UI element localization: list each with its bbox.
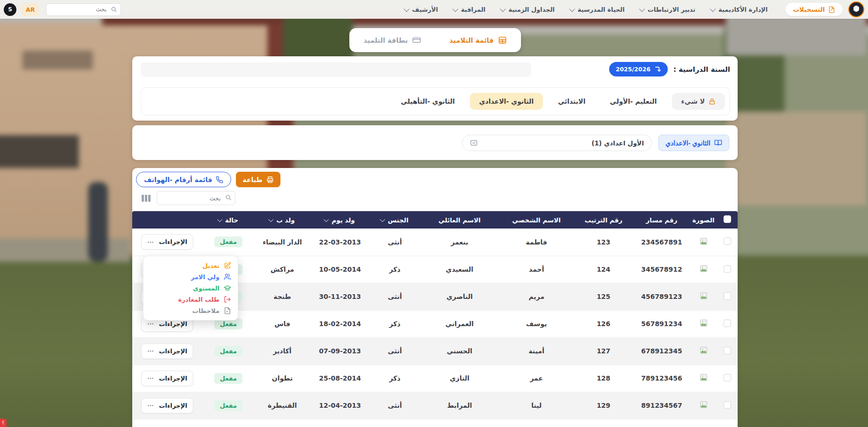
phone-list-button[interactable]: قائمة أرقام -الهواتف — [136, 172, 231, 187]
col-birth-date-sort[interactable]: ولد يوم — [310, 211, 370, 229]
nav-menu-item-3[interactable]: الجداول الزمنية — [501, 6, 555, 13]
row-actions-button[interactable]: الإجراءات⋯ — [141, 343, 193, 359]
cell-birth-date: 07-09-2013 — [310, 337, 370, 365]
table-row[interactable]: 678912345 127 أمينة الحسني أنثى 07-09-20… — [132, 337, 738, 365]
level-tab-2[interactable]: الابتدائي — [549, 93, 595, 110]
app-window: التسجيلات الإدارة الأكاديميةتدبير الارتب… — [0, 0, 868, 427]
cell-massar: 678912345 — [634, 337, 690, 365]
level-tab-3[interactable]: الثانوي -الاعدادي — [470, 93, 543, 110]
cell-birth-date: 10-05-2014 — [310, 256, 370, 283]
nav-menu-item-2[interactable]: الحياة المدرسية — [571, 6, 625, 13]
tab-student-card-label: بطاقة التلميذ — [363, 37, 408, 44]
broken-image-icon — [700, 292, 708, 300]
cell-massar: 234567891 — [634, 229, 690, 256]
broken-image-icon — [700, 401, 708, 409]
cell-first-name: عمر — [499, 365, 574, 392]
school-logo-icon[interactable] — [848, 1, 864, 17]
chevron-down-icon — [500, 6, 506, 12]
print-button[interactable]: طباعة — [236, 172, 280, 187]
phone-icon — [216, 176, 223, 183]
cell-last-name: العمراني — [420, 310, 499, 337]
chevron-down-icon — [403, 6, 409, 12]
broken-image-icon — [700, 319, 708, 327]
search-icon — [225, 194, 232, 201]
phone-list-button-label: قائمة أرقام -الهواتف — [144, 176, 212, 183]
broken-image-icon — [700, 265, 708, 273]
cell-last-name: التازي — [420, 365, 499, 392]
actions-menu-item-2[interactable]: المستوى — [143, 282, 238, 294]
col-gender-sort[interactable]: الجنس — [370, 211, 420, 229]
language-switcher[interactable]: AR — [21, 3, 39, 16]
nav-item-registrations[interactable]: التسجيلات — [785, 3, 843, 16]
row-checkbox[interactable] — [724, 265, 731, 273]
table-row[interactable]: 234567891 123 فاطمة بنعمر أنثى 22-03-201… — [132, 229, 738, 256]
level-tabs: لا شيءالتعليم -الأوليالابتدائيالثانوي -ا… — [141, 87, 730, 115]
row-checkbox[interactable] — [724, 292, 731, 300]
selected-level-button[interactable]: الثانوي -الاعدادي — [658, 135, 729, 151]
cell-order: 123 — [574, 229, 634, 256]
global-search-input[interactable] — [46, 3, 121, 16]
broken-image-icon — [700, 237, 708, 245]
lock-icon — [709, 98, 716, 105]
table-row[interactable]: 789123456 128 عمر التازي ذكر 25-08-2014 … — [132, 365, 738, 392]
col-birth-place-sort[interactable]: ولد ب — [255, 211, 310, 229]
corner-help-badge[interactable]: ؟ — [0, 419, 7, 427]
chevron-down-icon — [710, 6, 716, 12]
tab-student-card[interactable]: بطاقة التلميذ — [349, 28, 435, 52]
edit-icon — [224, 262, 231, 269]
select-all-checkbox[interactable] — [724, 215, 731, 223]
school-year-label: السنة الدراسية : — [673, 65, 730, 74]
cell-birth-place: مراكش — [255, 256, 310, 283]
row-actions-button[interactable]: الإجراءات⋯ — [141, 234, 193, 250]
col-actions — [132, 211, 202, 229]
cell-birth-place: تطوان — [255, 365, 310, 392]
actions-menu-item-0[interactable]: تعديل — [143, 260, 238, 271]
status-badge: مفعل — [214, 346, 242, 357]
nav-menu-item-0[interactable]: الإدارة الأكاديمية — [711, 6, 768, 13]
table-row[interactable]: 891234567 129 لينا المرابط أنثى 12-04-20… — [132, 392, 738, 419]
cell-massar: 891234567 — [634, 392, 690, 419]
tab-student-list[interactable]: قائمة التلاميذ — [435, 28, 521, 52]
actions-menu-item-4[interactable]: ملاحظات — [143, 305, 238, 316]
row-checkbox[interactable] — [724, 374, 731, 381]
nav-menu-item-5[interactable]: الأرشيف — [405, 6, 438, 13]
actions-menu-item-3[interactable]: طلب المغادرة — [143, 294, 238, 305]
cell-birth-place: القنيطرة — [255, 392, 310, 419]
level-tab-1[interactable]: التعليم -الأولي — [600, 93, 666, 110]
chevron-down-icon — [268, 216, 273, 221]
row-actions-button[interactable]: الإجراءات⋯ — [141, 398, 193, 413]
row-actions-button[interactable]: الإجراءات⋯ — [141, 371, 193, 386]
columns-toggle-icon[interactable] — [142, 195, 151, 202]
cell-last-name: الناصري — [420, 283, 499, 310]
global-search — [46, 3, 121, 16]
row-checkbox[interactable] — [724, 237, 731, 245]
leave-icon — [224, 296, 231, 303]
table-search-input[interactable] — [157, 191, 235, 205]
tab-student-list-label: قائمة التلاميذ — [449, 37, 494, 44]
id-card-icon — [412, 36, 421, 45]
nav-menu-item-4[interactable]: المراقبة — [454, 6, 485, 13]
col-status-sort[interactable]: حالة — [202, 211, 255, 229]
school-year-selector[interactable]: 2025/2026 — [609, 62, 668, 76]
actions-menu-item-1[interactable]: ولي الامر — [143, 271, 238, 282]
row-checkbox[interactable] — [724, 401, 731, 409]
notes-icon — [224, 307, 231, 314]
nav-menu-item-1[interactable]: تدبير الارتباطات — [641, 6, 695, 13]
cell-birth-date: 22-03-2013 — [310, 229, 370, 256]
user-avatar[interactable]: S — [4, 3, 16, 16]
level-tab-4[interactable]: الثانوي -التأهيلي — [392, 93, 464, 110]
row-checkbox[interactable] — [724, 347, 731, 354]
pedestrian — [88, 182, 108, 262]
row-actions-menu: تعديلولي الامرالمستوىطلب المغادرةملاحظات — [143, 256, 238, 320]
class-chip[interactable]: الأول اعدادي (1) — [462, 135, 652, 151]
cell-birth-date: 25-08-2014 — [310, 365, 370, 392]
cell-birth-place: فاس — [255, 310, 310, 337]
class-filter-panel: الثانوي -الاعدادي الأول اعدادي (1) — [132, 125, 738, 160]
cell-birth-date: 12-04-2013 — [310, 392, 370, 419]
level-tab-0[interactable]: لا شيء — [672, 93, 725, 110]
cell-birth-place: أكادير — [255, 337, 310, 365]
cell-massar: 789123456 — [634, 365, 690, 392]
cell-massar: 456789123 — [634, 283, 690, 310]
cell-massar: 345678912 — [634, 256, 690, 283]
row-checkbox[interactable] — [724, 320, 731, 327]
